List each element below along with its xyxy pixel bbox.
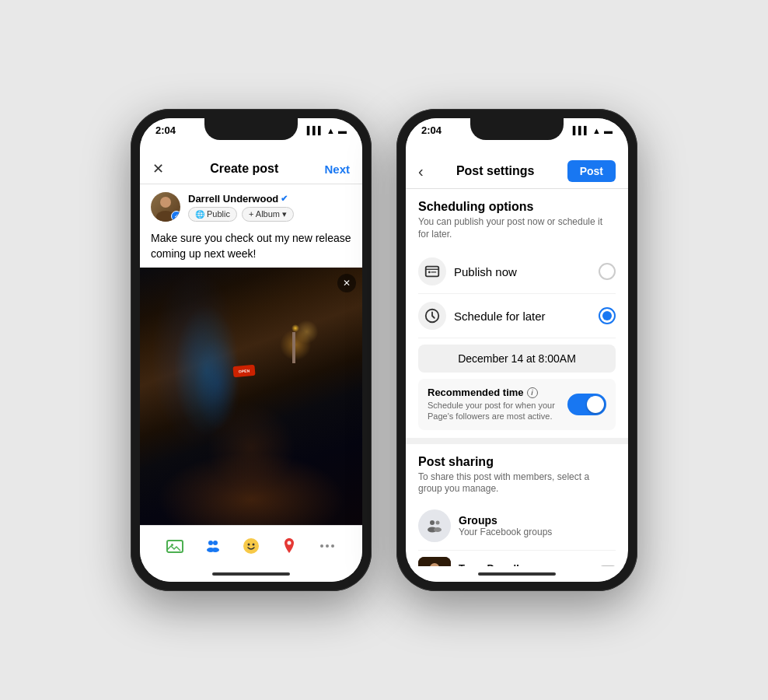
user-name-text: Darrell Underwood: [188, 193, 278, 205]
stop-sign: OPEN: [233, 365, 256, 377]
recommended-desc: Schedule your post for when your Page's …: [428, 400, 560, 422]
post-button[interactable]: Post: [567, 160, 616, 182]
schedule-later-row[interactable]: Schedule for later: [418, 294, 616, 338]
date-button[interactable]: December 14 at 8:00AM: [418, 345, 616, 373]
recommended-toggle[interactable]: [567, 394, 606, 415]
schedule-icon: [418, 302, 446, 330]
publish-icon: [418, 257, 446, 285]
notch: [204, 118, 298, 140]
recommended-title-row: Recommended time i: [428, 387, 560, 398]
home-indicator-left: [140, 566, 362, 582]
close-button[interactable]: ✕: [152, 160, 164, 177]
public-label: Public: [207, 209, 230, 219]
svg-point-16: [428, 271, 431, 274]
battery-icon: ▬: [338, 126, 347, 135]
notch-right: [470, 118, 564, 140]
scheduling-section: Scheduling options You can publish your …: [406, 189, 628, 438]
groups-info: Groups Your Facebook groups: [459, 514, 616, 537]
sharing-title: Post sharing: [418, 455, 616, 469]
album-option[interactable]: + Album ▾: [242, 207, 294, 222]
svg-point-8: [243, 538, 259, 554]
home-bar-right: [478, 572, 556, 576]
svg-point-21: [434, 527, 442, 532]
left-phone: 2:04 ▌▌▌ ▲ ▬ ✕ Create post Next: [131, 109, 372, 591]
wifi-icon-right: ▲: [592, 126, 601, 135]
right-phone: 2:04 ▌▌▌ ▲ ▬ ‹ Post settings Post: [396, 109, 637, 591]
section-divider: [406, 438, 628, 444]
location-icon[interactable]: [277, 534, 302, 558]
groups-sub: Your Facebook groups: [459, 527, 616, 537]
publish-now-radio[interactable]: [599, 263, 616, 280]
post-text[interactable]: Make sure you check out my new release c…: [140, 226, 362, 268]
lamp-light: [291, 324, 299, 332]
post-settings-title: Post settings: [456, 164, 534, 178]
recommended-text: Recommended time i Schedule your post fo…: [428, 387, 560, 422]
post-toolbar: [140, 525, 362, 566]
home-indicator-right: [406, 566, 628, 582]
svg-point-13: [326, 544, 329, 548]
toggle-thumb: [587, 396, 604, 413]
public-option[interactable]: 🌐 Public: [188, 207, 237, 222]
status-icons-right: ▌▌▌ ▲ ▬: [573, 126, 613, 135]
globe-icon: 🌐: [195, 210, 204, 219]
post-options: 🌐 Public + Album ▾: [188, 207, 294, 222]
schedule-later-radio[interactable]: [599, 307, 616, 324]
svg-point-18: [430, 520, 435, 525]
groups-title: Groups: [459, 514, 616, 527]
groups-icon: [418, 509, 451, 542]
publish-now-row[interactable]: Publish now: [418, 250, 616, 294]
street-overlay: [140, 268, 362, 525]
group-thumb-1: [418, 557, 451, 566]
avatar: ✓: [151, 192, 180, 222]
group-item-1[interactable]: Team Darrell Closed group • 128K members: [418, 550, 616, 566]
photo-icon[interactable]: [162, 534, 187, 558]
sharing-section: Post sharing To share this post with mem…: [406, 444, 628, 566]
sharing-subtitle: To share this post with members, select …: [418, 471, 616, 495]
emoji-icon[interactable]: [239, 534, 264, 558]
verified-checkmark: ✔: [281, 194, 288, 204]
signal-icon: ▌▌▌: [307, 126, 323, 135]
user-info: Darrell Underwood ✔ 🌐 Public + Album ▾: [188, 193, 294, 222]
info-icon[interactable]: i: [527, 387, 538, 398]
create-post-title: Create post: [210, 162, 278, 176]
svg-point-12: [320, 544, 323, 548]
more-icon[interactable]: [315, 534, 340, 558]
svg-point-4: [208, 541, 213, 545]
back-button[interactable]: ‹: [418, 163, 424, 180]
scheduling-title: Scheduling options: [418, 200, 616, 214]
svg-point-14: [331, 544, 334, 548]
settings-scroll[interactable]: Scheduling options You can publish your …: [406, 189, 628, 566]
create-post-header: ✕ Create post Next: [140, 152, 362, 184]
home-bar: [212, 572, 290, 576]
svg-point-10: [252, 544, 254, 546]
svg-point-0: [160, 197, 171, 208]
svg-point-19: [436, 520, 440, 524]
street-lamp: [292, 332, 295, 363]
status-icons-left: ▌▌▌ ▲ ▬: [307, 126, 347, 135]
post-settings-header: ‹ Post settings Post: [406, 152, 628, 189]
verified-badge: ✓: [171, 211, 180, 222]
groups-row: Groups Your Facebook groups: [418, 505, 616, 550]
status-time-left: 2:04: [155, 124, 176, 136]
next-button[interactable]: Next: [324, 163, 350, 176]
svg-point-11: [288, 541, 291, 545]
album-label: + Album ▾: [249, 209, 287, 219]
recommended-time-card: Recommended time i Schedule your post fo…: [418, 379, 616, 430]
recommended-label: Recommended time: [428, 387, 524, 398]
user-row: ✓ Darrell Underwood ✔ 🌐 Public: [140, 184, 362, 226]
signal-icon-right: ▌▌▌: [573, 126, 589, 135]
post-image: OPEN: [140, 268, 362, 525]
publish-now-label: Publish now: [454, 265, 591, 278]
schedule-later-label: Schedule for later: [454, 310, 591, 323]
svg-point-9: [247, 544, 250, 546]
svg-point-7: [211, 548, 219, 552]
wifi-icon: ▲: [326, 126, 335, 135]
svg-point-5: [213, 541, 218, 545]
people-icon[interactable]: [201, 534, 225, 558]
status-time-right: 2:04: [421, 124, 442, 136]
image-close-button[interactable]: ✕: [337, 274, 356, 292]
scheduling-subtitle: You can publish your post now or schedul…: [418, 216, 616, 240]
svg-rect-15: [426, 267, 439, 277]
post-image-container: OPEN ✕: [140, 268, 362, 525]
battery-icon-right: ▬: [604, 126, 613, 135]
